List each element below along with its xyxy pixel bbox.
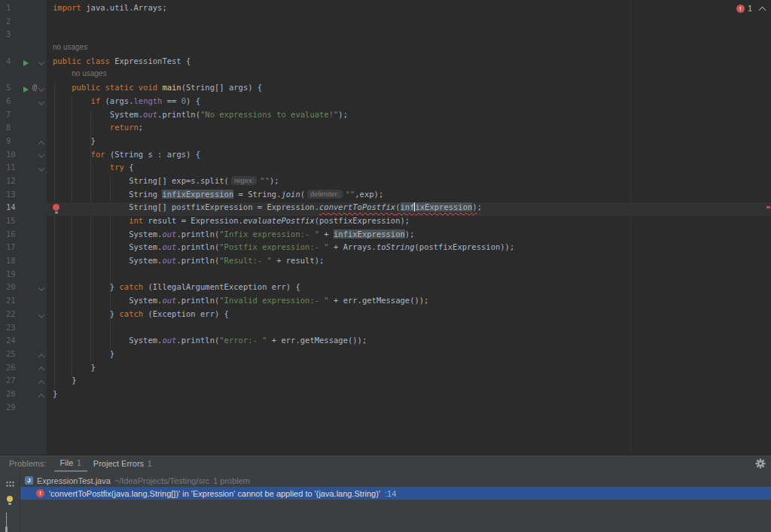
fold-icon[interactable] xyxy=(38,394,44,400)
gutter-row[interactable]: 5@ xyxy=(0,83,47,96)
gutter-row[interactable]: 4 xyxy=(0,56,47,70)
gutter-row[interactable]: 24 xyxy=(0,336,47,349)
run-icon[interactable] xyxy=(23,87,29,93)
editor-gutter[interactable]: 12345@6789101112131415161718192021222324… xyxy=(0,0,47,454)
gutter-row[interactable]: 13 xyxy=(0,190,47,203)
tab-file[interactable]: File 1 xyxy=(54,455,87,472)
code-line[interactable]: } xyxy=(47,363,771,376)
gutter-row[interactable]: 20 xyxy=(0,282,47,296)
gutter-row[interactable]: 9 xyxy=(0,136,47,150)
gear-icon[interactable] xyxy=(755,458,766,469)
code-line[interactable] xyxy=(47,403,771,416)
gutter-row[interactable]: 15 xyxy=(0,216,47,230)
gutter-row[interactable]: 21 xyxy=(0,296,47,309)
problems-error-row[interactable]: ! 'convertToPostfix(java.lang.String[])'… xyxy=(20,487,771,500)
gutter-row[interactable]: 6 xyxy=(0,96,47,110)
code-line[interactable]: for (String s : args) { xyxy=(47,150,771,163)
code-line[interactable]: System.out.println("Result:- " + result)… xyxy=(47,256,771,269)
code-line[interactable]: if (args.length == 0) { xyxy=(47,96,771,110)
line-number: 1 xyxy=(6,3,11,12)
gutter-row[interactable]: 10 xyxy=(0,150,47,163)
annotation-marker: @ xyxy=(32,83,37,91)
code-line[interactable]: String infixExpression = String.join(del… xyxy=(47,190,771,203)
code-line[interactable]: System.out.println("error:- " + err.getM… xyxy=(47,336,771,349)
line-number: 28 xyxy=(6,389,16,398)
code-line[interactable]: int result = Expression.evaluatePostfix(… xyxy=(47,216,771,230)
code-line[interactable]: String[] postfixExpression = Expression.… xyxy=(47,202,771,216)
gutter-row[interactable]: 29 xyxy=(0,403,47,416)
run-icon[interactable] xyxy=(23,60,29,66)
fold-icon[interactable] xyxy=(38,99,44,105)
gutter-row[interactable]: 28 xyxy=(0,389,47,403)
fold-icon[interactable] xyxy=(38,380,44,386)
code-line[interactable]: } xyxy=(47,389,771,403)
error-count: 1 xyxy=(748,4,752,13)
code-line[interactable]: } catch (Exception err) { xyxy=(47,309,771,323)
tool-window-frame-icon[interactable] xyxy=(5,513,15,523)
gutter-row[interactable]: 3 xyxy=(0,29,47,43)
line-number: 20 xyxy=(6,282,16,291)
code-line[interactable] xyxy=(47,17,771,30)
usages-hint[interactable]: no usages xyxy=(47,43,771,56)
inspections-widget[interactable]: ! 1 xyxy=(736,3,765,14)
code-line[interactable] xyxy=(47,323,771,336)
error-intention-bulb-icon[interactable] xyxy=(53,204,60,214)
problems-file-row[interactable]: J ExpressionTest.java ~/IdeaProjects/Tes… xyxy=(20,474,771,487)
gutter-row[interactable]: 18 xyxy=(0,256,47,269)
fold-icon[interactable] xyxy=(38,141,44,147)
code-line[interactable]: String[] exp=s.split(regex:""); xyxy=(47,176,771,190)
fold-icon[interactable] xyxy=(38,312,44,318)
line-number: 23 xyxy=(6,323,16,332)
error-stripe-mark[interactable] xyxy=(766,206,770,208)
fold-icon[interactable] xyxy=(38,85,44,91)
code-line[interactable]: public static void main(String[] args) { xyxy=(47,83,771,96)
code-line[interactable]: return; xyxy=(47,123,771,136)
gutter-row[interactable]: 17 xyxy=(0,242,47,256)
gutter-row[interactable]: 26 xyxy=(0,363,47,376)
fold-icon[interactable] xyxy=(38,59,44,65)
code-line[interactable] xyxy=(47,269,771,283)
code-line[interactable]: public class ExpressionTest { xyxy=(47,56,771,70)
problems-tool-window: Problems: File 1 Project Errors 1 xyxy=(0,454,771,532)
gutter-row[interactable]: 27 xyxy=(0,375,47,389)
gutter-row[interactable]: 12 xyxy=(0,176,47,190)
gutter-row[interactable]: 22 xyxy=(0,309,47,323)
gutter-row[interactable]: 11 xyxy=(0,163,47,176)
usages-hint[interactable]: no usages xyxy=(47,69,771,83)
lightbulb-icon[interactable] xyxy=(5,496,15,506)
code-line[interactable]: } xyxy=(47,349,771,363)
gutter-row[interactable] xyxy=(0,69,47,83)
code-line[interactable]: System.out.println("No expressions to ev… xyxy=(47,110,771,123)
gutter-row[interactable]: 25 xyxy=(0,349,47,363)
code-line[interactable] xyxy=(47,29,771,43)
gutter-row[interactable]: 2 xyxy=(0,17,47,30)
gutter-row[interactable]: 19 xyxy=(0,269,47,283)
editor-code-area[interactable]: import java.util.Arrays;no usagespublic … xyxy=(47,0,771,454)
gutter-row[interactable]: 8 xyxy=(0,123,47,136)
code-line[interactable]: System.out.println("Postfix expression:-… xyxy=(47,242,771,256)
gutter-row[interactable]: 14 xyxy=(0,202,47,216)
grid-icon[interactable] xyxy=(5,479,15,488)
fold-icon[interactable] xyxy=(38,354,44,360)
gutter-row[interactable]: 16 xyxy=(0,230,47,243)
code-line[interactable]: } catch (IllegalArgumentException err) { xyxy=(47,282,771,296)
gutter-row[interactable]: 23 xyxy=(0,323,47,336)
code-line[interactable]: import java.util.Arrays; xyxy=(47,3,771,17)
chevron-up-icon[interactable] xyxy=(759,6,766,14)
tab-project-errors[interactable]: Project Errors 1 xyxy=(87,455,158,472)
code-line[interactable]: } xyxy=(47,136,771,150)
line-number: 8 xyxy=(6,123,11,132)
line-number: 13 xyxy=(6,190,16,199)
gutter-row[interactable]: 7 xyxy=(0,110,47,123)
gutter-row[interactable]: 1 xyxy=(0,3,47,17)
code-line[interactable]: System.out.println("Invalid expression:-… xyxy=(47,296,771,309)
code-line[interactable]: System.out.println("Infix expression:- "… xyxy=(47,230,771,243)
code-line[interactable]: try { xyxy=(47,163,771,176)
fold-icon[interactable] xyxy=(38,285,44,291)
gutter-row[interactable] xyxy=(0,43,47,56)
fold-icon[interactable] xyxy=(38,367,44,373)
fold-icon[interactable] xyxy=(38,165,44,171)
fold-icon[interactable] xyxy=(38,152,44,158)
code-line[interactable]: } xyxy=(47,375,771,389)
line-number: 12 xyxy=(6,176,16,185)
